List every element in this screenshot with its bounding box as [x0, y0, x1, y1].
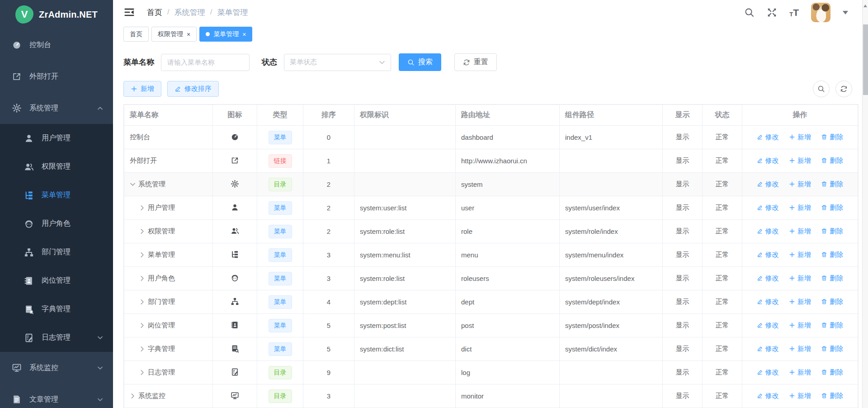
add-link[interactable]: 新增 [789, 392, 811, 400]
sidebar-item-log-management[interactable]: 日志管理 [0, 323, 113, 352]
sidebar-item-role-management[interactable]: 权限管理 [0, 152, 113, 181]
add-link[interactable]: 新增 [789, 204, 811, 212]
expand-arrow-icon[interactable] [139, 205, 145, 211]
edit-link[interactable]: 修改 [757, 321, 779, 330]
expand-arrow-icon[interactable] [139, 228, 145, 234]
sidebar-item-article-management[interactable]: 文章管理 [0, 384, 113, 408]
delete-link[interactable]: 删除 [821, 368, 843, 377]
table-row[interactable]: 外部打开 链接 1 http://www.izhaorui.cn 显示 正常 修… [124, 149, 858, 173]
font-size-icon[interactable]: TT [789, 8, 799, 17]
delete-link[interactable]: 删除 [821, 345, 843, 353]
edit-link[interactable]: 修改 [757, 133, 779, 142]
avatar[interactable] [811, 3, 830, 22]
close-icon[interactable]: × [187, 31, 190, 38]
table-row[interactable]: 日志管理 目录 9 log 显示 正常 修改 新增 删除 [124, 361, 858, 384]
reset-button[interactable]: 重置 [454, 53, 497, 71]
add-link[interactable]: 新增 [789, 298, 811, 306]
expand-arrow-icon[interactable] [130, 393, 136, 399]
add-link[interactable]: 新增 [789, 368, 811, 377]
add-link[interactable]: 新增 [789, 180, 811, 189]
edit-link[interactable]: 修改 [757, 368, 779, 377]
table-row[interactable]: 控制台 菜单 0 dashboard index_v1 显示 正常 修改 新增 … [124, 126, 858, 149]
edit-link[interactable]: 修改 [757, 204, 779, 212]
menu-name-input[interactable] [161, 54, 250, 71]
table-row[interactable]: 岗位管理 菜单 5 system:post:list post system/p… [124, 314, 858, 337]
sidebar-item-system-management[interactable]: 系统管理 [0, 92, 113, 124]
table-row[interactable]: 权限管理 菜单 2 system:role:list role system/r… [124, 220, 858, 243]
add-link[interactable]: 新增 [789, 274, 811, 283]
delete-link[interactable]: 删除 [821, 298, 843, 306]
expand-arrow-icon[interactable] [139, 346, 145, 352]
sidebar-item-menu-management[interactable]: 菜单管理 [0, 181, 113, 209]
expand-arrow-icon[interactable] [139, 252, 145, 258]
sidebar-item-external-open[interactable]: 外部打开 [0, 61, 113, 92]
caret-down-icon[interactable] [843, 11, 848, 17]
cell-component: system/user/index [560, 196, 663, 220]
toggle-search-button[interactable] [813, 81, 830, 97]
edit-link[interactable]: 修改 [757, 274, 779, 283]
delete-link[interactable]: 删除 [821, 180, 843, 189]
edit-link[interactable]: 修改 [757, 227, 779, 236]
delete-link[interactable]: 删除 [821, 392, 843, 400]
add-button[interactable]: 新增 [123, 81, 161, 97]
edit-link[interactable]: 修改 [757, 251, 779, 259]
sidebar-item-user-management[interactable]: 用户管理 [0, 124, 113, 152]
status-select[interactable]: 菜单状态 [284, 54, 391, 71]
table-row[interactable]: 系统管理 目录 2 system 显示 正常 修改 新增 删除 [124, 173, 858, 196]
edit-link[interactable]: 修改 [757, 157, 779, 165]
delete-link[interactable]: 删除 [821, 321, 843, 330]
add-link[interactable]: 新增 [789, 251, 811, 259]
add-link[interactable]: 新增 [789, 133, 811, 142]
table-row[interactable]: 用户管理 菜单 2 system:user:list user system/u… [124, 196, 858, 220]
table-row[interactable]: 部门管理 菜单 4 system:dept:list dept system/d… [124, 290, 858, 314]
tab-home[interactable]: 首页 [123, 27, 149, 42]
sidebar-item-system-monitor[interactable]: 系统监控 [0, 352, 113, 384]
scrollbar-thumb[interactable] [863, 24, 868, 95]
close-icon[interactable]: × [242, 31, 246, 38]
add-link[interactable]: 新增 [789, 157, 811, 165]
table-row[interactable]: 用户角色 菜单 3 system:role:list roleusers sys… [124, 267, 858, 290]
search-icon[interactable] [744, 7, 755, 18]
tab-menu-management[interactable]: 菜单管理 × [199, 27, 252, 42]
edit-link[interactable]: 修改 [757, 298, 779, 306]
edit-link[interactable]: 修改 [757, 180, 779, 189]
table-row[interactable]: 菜单管理 菜单 3 system:menu:list menu system/m… [124, 243, 858, 267]
breadcrumb-home[interactable]: 首页 [147, 7, 162, 18]
pencil-icon [757, 228, 763, 234]
page-scrollbar[interactable] [862, 0, 868, 408]
collapse-sidebar-icon[interactable] [124, 7, 135, 18]
delete-link[interactable]: 删除 [821, 157, 843, 165]
expand-arrow-icon[interactable] [130, 181, 136, 187]
sidebar-item-user-role[interactable]: 用户角色 [0, 209, 113, 238]
add-link[interactable]: 新增 [789, 345, 811, 353]
edit-link[interactable]: 修改 [757, 392, 779, 400]
scrollbar-up-arrow[interactable] [863, 3, 867, 7]
add-link[interactable]: 新增 [789, 321, 811, 330]
table-row[interactable]: 字典管理 菜单 5 system:dict:list dict system/d… [124, 337, 858, 361]
fullscreen-icon[interactable] [767, 7, 777, 18]
edit-sort-button[interactable]: 修改排序 [167, 81, 219, 97]
delete-link[interactable]: 删除 [821, 133, 843, 142]
delete-link[interactable]: 删除 [821, 204, 843, 212]
delete-link[interactable]: 删除 [821, 227, 843, 236]
sidebar-item-dept-management[interactable]: 部门管理 [0, 238, 113, 266]
cell-component [560, 384, 663, 408]
tab-role-management[interactable]: 权限管理 × [151, 27, 197, 42]
app-logo[interactable]: V ZrAdmin.NET [0, 0, 113, 29]
sidebar-item-dashboard[interactable]: 控制台 [0, 29, 113, 61]
edit-link[interactable]: 修改 [757, 345, 779, 353]
table-row[interactable]: 系统监控 目录 3 monitor 显示 正常 修改 新增 删除 [124, 384, 858, 408]
expand-arrow-icon[interactable] [139, 370, 145, 375]
search-button[interactable]: 搜索 [399, 53, 441, 71]
top-header: 首页 / 系统管理 / 菜单管理 TT [113, 0, 868, 25]
expand-arrow-icon[interactable] [139, 299, 145, 305]
sidebar-item-post-management[interactable]: 岗位管理 [0, 266, 113, 295]
sidebar-item-dict-management[interactable]: 字典管理 [0, 295, 113, 323]
add-link[interactable]: 新增 [789, 227, 811, 236]
delete-link[interactable]: 删除 [821, 251, 843, 259]
cell-operations: 修改 新增 删除 [742, 361, 858, 384]
refresh-table-button[interactable] [835, 81, 852, 97]
expand-arrow-icon[interactable] [139, 275, 145, 281]
delete-link[interactable]: 删除 [821, 274, 843, 283]
expand-arrow-icon[interactable] [139, 323, 145, 328]
